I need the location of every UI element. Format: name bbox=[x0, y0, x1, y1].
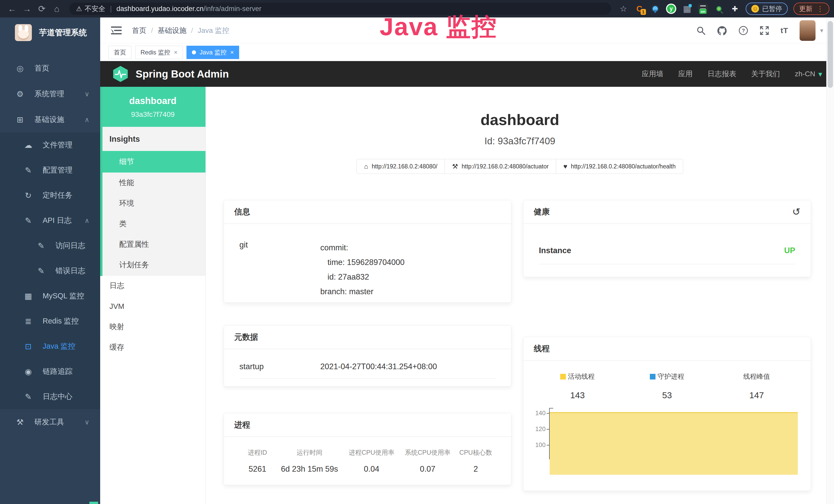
health-card: 健康 ↺ Instance UP bbox=[523, 200, 811, 277]
sba-item-environment[interactable]: 环境 bbox=[100, 193, 205, 214]
help-icon[interactable]: ? bbox=[739, 26, 748, 36]
tag-home[interactable]: 首页 bbox=[108, 46, 132, 59]
threads-chart-yaxis: 140 120 100 bbox=[533, 408, 549, 459]
sidebar-item-infra[interactable]: ⊞ 基础设施 ∧ bbox=[0, 107, 100, 133]
tag-java-active[interactable]: Java 监控 × bbox=[186, 46, 239, 59]
extensions-puzzle-icon[interactable]: ✚ bbox=[730, 4, 740, 14]
history-icon: ↻ bbox=[23, 191, 34, 200]
sidebar-item-mysql[interactable]: ▦ MySQL 监控 bbox=[0, 283, 100, 308]
sba-content: dashboard Id: 93a3fc7f7409 ⌂ http://192.… bbox=[206, 87, 834, 504]
scrollbar-thumb[interactable] bbox=[828, 21, 833, 88]
git-time-line: time: 1596289704000 bbox=[320, 255, 496, 270]
address-bar[interactable]: ⚠ 不安全 | dashboard.yudao.iocoder.cn /infr… bbox=[69, 3, 611, 15]
monitor-icon: ⊡ bbox=[23, 342, 34, 351]
dashboard-icon: ◎ bbox=[15, 64, 25, 73]
forward-icon[interactable]: → bbox=[20, 4, 35, 14]
sba-item-jvm[interactable]: JVM bbox=[100, 296, 205, 317]
grid-extension-icon[interactable]: ▦ bbox=[682, 4, 692, 14]
sidebar-item-label: 日志中心 bbox=[43, 392, 72, 402]
git-label: git bbox=[239, 240, 320, 299]
card-title-text: 健康 bbox=[534, 206, 550, 217]
font-size-icon[interactable]: tT bbox=[781, 26, 788, 35]
switch-on-label: on bbox=[699, 9, 707, 14]
heart-icon: ♥ bbox=[563, 162, 567, 170]
breadcrumb-current: Java 监控 bbox=[198, 26, 229, 36]
sidebar-item-dev-tools[interactable]: ⚒ 研发工具 ∨ bbox=[0, 409, 100, 435]
sba-item-details[interactable]: 细节 bbox=[100, 151, 205, 173]
sidebar-item-log-center[interactable]: ✎ 日志中心 bbox=[0, 384, 100, 409]
breadcrumb-infra[interactable]: 基础设施 bbox=[158, 26, 186, 36]
sidebar-item-file[interactable]: ☁ 文件管理 bbox=[0, 133, 100, 158]
fullscreen-icon[interactable] bbox=[760, 26, 769, 36]
yuque-extension-icon[interactable]: y bbox=[666, 4, 676, 14]
sba-item-metrics[interactable]: 性能 bbox=[100, 173, 205, 193]
sidebar-menu: ◎ 首页 ⚙ 系统管理 ∨ ⊞ 基础设施 ∧ ☁ 文件管理 ✎ 配置管 bbox=[0, 55, 100, 435]
sidebar-item-job[interactable]: ↻ 定时任务 bbox=[0, 183, 100, 208]
profile-paused-pill[interactable]: ☺ 已暂停 bbox=[746, 3, 788, 15]
cards-left-column: 信息 git commit: time: 1596289704000 id: 2 bbox=[224, 200, 511, 485]
switch-extension-icon[interactable]: on bbox=[698, 4, 708, 14]
cards-right-column: 健康 ↺ Instance UP bbox=[523, 200, 811, 491]
close-icon[interactable]: × bbox=[174, 49, 177, 56]
sba-nav-journal[interactable]: 日志报表 bbox=[708, 69, 737, 79]
sba-item-logs[interactable]: 日志 bbox=[100, 275, 205, 296]
sidebar-item-access-log[interactable]: ✎ 访问日志 bbox=[0, 233, 100, 258]
sba-item-classes[interactable]: 类 bbox=[100, 214, 205, 234]
actuator-url-button[interactable]: ⚒ http://192.168.0.2:48080/actuator bbox=[445, 159, 556, 174]
pin-extension-icon[interactable] bbox=[650, 4, 660, 14]
sidebar-item-config[interactable]: ✎ 配置管理 bbox=[0, 158, 100, 183]
instance-header[interactable]: dashboard 93a3fc7f7409 bbox=[100, 87, 205, 127]
history-icon[interactable]: ↺ bbox=[792, 206, 800, 217]
reload-icon[interactable]: ⟳ bbox=[35, 4, 49, 14]
page-scrollbar[interactable] bbox=[826, 18, 834, 504]
service-url-button[interactable]: ⌂ http://192.168.0.2:48080/ bbox=[356, 159, 445, 174]
sba-item-scheduled-tasks[interactable]: 计划任务 bbox=[100, 255, 205, 275]
chrome-menu-icon[interactable]: ⋮ bbox=[816, 5, 824, 13]
search-extension-icon[interactable] bbox=[714, 4, 724, 14]
chrome-update-button[interactable]: 更新 ⋮ bbox=[793, 3, 829, 15]
sidebar-item-label: MySQL 监控 bbox=[43, 291, 84, 301]
sba-nav-about[interactable]: 关于我们 bbox=[751, 69, 780, 79]
back-icon[interactable]: ← bbox=[5, 4, 20, 14]
sidebar-item-home[interactable]: ◎ 首页 bbox=[0, 55, 100, 81]
breadcrumb-home[interactable]: 首页 bbox=[132, 26, 147, 36]
sidebar-item-label: 首页 bbox=[35, 63, 49, 73]
breadcrumb: 首页 / 基础设施 / Java 监控 bbox=[132, 26, 229, 36]
sba-language-select[interactable]: zh-CN ▾ bbox=[795, 70, 822, 78]
sba-item-config-props[interactable]: 配置属性 bbox=[100, 234, 205, 255]
sidebar-item-system[interactable]: ⚙ 系统管理 ∨ bbox=[0, 81, 100, 107]
col-header: 进程CPU使用率 bbox=[344, 448, 399, 457]
card-title-text: 线程 bbox=[534, 343, 550, 354]
extension-c-icon[interactable]: C 1 bbox=[634, 4, 644, 14]
user-avatar[interactable] bbox=[799, 20, 815, 41]
chevron-down-icon: ▾ bbox=[818, 70, 822, 78]
active-dot bbox=[192, 50, 196, 54]
sidebar-item-error-log[interactable]: ✎ 错误日志 bbox=[0, 258, 100, 283]
sba-header: Spring Boot Admin 应用墙 应用 日志报表 关于我们 zh-CN… bbox=[100, 61, 834, 87]
sidebar-item-trace[interactable]: ◉ 链路追踪 bbox=[0, 359, 100, 384]
col-value: 0.07 bbox=[400, 464, 456, 474]
tag-redis[interactable]: Redis 监控 × bbox=[135, 46, 183, 59]
app-logo-row[interactable]: 芋道管理系统 bbox=[0, 18, 100, 48]
avatar-caret-icon[interactable]: ▾ bbox=[820, 27, 823, 34]
close-icon[interactable]: × bbox=[230, 49, 234, 56]
sba-nav-wallboard[interactable]: 应用墙 bbox=[642, 69, 663, 79]
sba-item-mappings[interactable]: 映射 bbox=[100, 317, 205, 337]
server-icon: ▦ bbox=[23, 292, 34, 301]
home-icon[interactable]: ⌂ bbox=[49, 4, 64, 14]
bookmark-star-icon[interactable]: ☆ bbox=[618, 4, 629, 14]
sba-brand[interactable]: Spring Boot Admin bbox=[136, 68, 229, 80]
legend-value-text: 53 bbox=[622, 390, 712, 400]
col-value: 2 bbox=[456, 464, 496, 474]
sba-nav-applications[interactable]: 应用 bbox=[678, 69, 693, 79]
sidebar-collapse-icon[interactable] bbox=[111, 26, 122, 35]
github-icon[interactable] bbox=[717, 26, 727, 36]
sidebar-item-api-log[interactable]: ✎ API 日志 ∧ bbox=[0, 208, 100, 233]
sidebar-item-redis[interactable]: ≣ Redis 监控 bbox=[0, 308, 100, 334]
search-icon[interactable] bbox=[696, 26, 706, 35]
health-url-button[interactable]: ♥ http://192.168.0.2:48080/actuator/heal… bbox=[556, 159, 683, 174]
logo-face bbox=[18, 30, 29, 40]
sidebar-item-java[interactable]: ⊡ Java 监控 bbox=[0, 334, 100, 359]
sidebar-item-label: 文件管理 bbox=[43, 140, 72, 150]
sba-item-caches[interactable]: 缓存 bbox=[100, 337, 205, 358]
